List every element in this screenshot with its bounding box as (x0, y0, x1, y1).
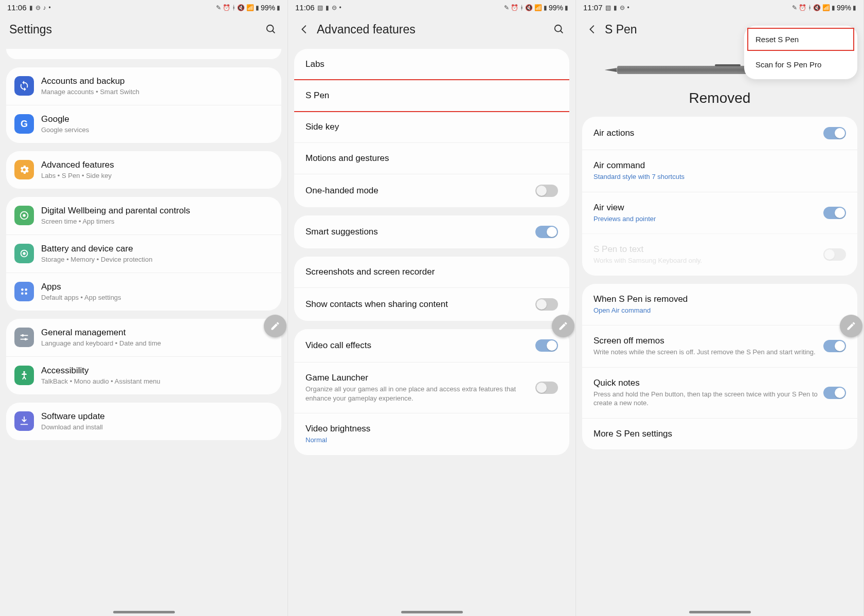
image-icon: ▧ (317, 4, 323, 11)
row-software-update[interactable]: Software update Download and install (6, 403, 281, 440)
edit-icon: ✎ (504, 4, 509, 11)
dnd-icon: ⊖ (332, 4, 337, 11)
row-title: Air command (593, 160, 846, 171)
page-title: Advanced features (317, 23, 552, 37)
row-general-management[interactable]: General management Language and keyboard… (6, 319, 281, 356)
svg-point-8 (21, 293, 24, 295)
image-icon: ▧ (605, 4, 611, 11)
status-bar: 11:06 ▧ ▮ ⊖ • ✎ ⏰ ᚼ 🔇 📶 ▮ 99% ▮ (288, 0, 575, 13)
row-motions-gestures[interactable]: Motions and gestures (294, 142, 569, 174)
card-advanced: Advanced features Labs • S Pen • Side ke… (6, 151, 281, 189)
row-sub: Write notes while the screen is off. Jus… (593, 348, 818, 357)
back-button[interactable] (585, 22, 600, 37)
row-show-contacts-sharing[interactable]: Show contacts when sharing content (294, 287, 569, 321)
svg-point-6 (21, 288, 24, 291)
row-more-spen-settings[interactable]: More S Pen settings (582, 418, 857, 449)
row-accounts-backup[interactable]: Accounts and backup Manage accounts • Sm… (6, 67, 281, 105)
nav-pill[interactable] (113, 611, 175, 613)
toggle-one-handed[interactable] (535, 185, 558, 197)
row-video-call-effects[interactable]: Video call effects (294, 329, 569, 362)
menu-reset-spen[interactable]: Reset S Pen (747, 28, 854, 51)
row-labs[interactable]: Labs (294, 49, 569, 80)
row-apps[interactable]: Apps Default apps • App settings (6, 273, 281, 311)
row-sub: Storage • Memory • Device protection (41, 256, 273, 264)
card-air: Air actions Air command Standard style w… (582, 117, 857, 276)
row-accessibility[interactable]: Accessibility TalkBack • Mono audio • As… (6, 356, 281, 394)
dnd-icon: ⊖ (35, 4, 41, 11)
row-title: Apps (41, 281, 273, 293)
status-time: 11:07 (583, 3, 603, 12)
status-battery: 99% (837, 4, 851, 12)
edit-fab[interactable] (552, 315, 574, 337)
row-digital-wellbeing[interactable]: Digital Wellbeing and parental controls … (6, 197, 281, 234)
row-advanced-features[interactable]: Advanced features Labs • S Pen • Side ke… (6, 151, 281, 189)
row-title: Software update (41, 411, 273, 422)
toggle-screen-off-memos[interactable] (823, 340, 846, 352)
music-icon: ♪ (43, 4, 46, 11)
battery-icon: ▮ (565, 4, 568, 11)
google-icon: G (14, 114, 34, 134)
row-screenshots-recorder[interactable]: Screenshots and screen recorder (294, 257, 569, 287)
row-title: Screenshots and screen recorder (305, 267, 558, 277)
row-title: Air actions (593, 128, 818, 138)
row-air-command[interactable]: Air command Standard style with 7 shortc… (582, 150, 857, 192)
svg-point-13 (24, 338, 27, 341)
row-video-brightness[interactable]: Video brightness Normal (294, 413, 569, 455)
nfc-icon: ▮ (29, 4, 33, 11)
toggle-smart-suggestions[interactable] (535, 226, 558, 238)
row-google[interactable]: G Google Google services (6, 105, 281, 143)
sync-icon (14, 76, 34, 96)
status-time: 11:06 (7, 3, 27, 12)
row-smart-suggestions[interactable]: Smart suggestions (294, 215, 569, 248)
row-quick-notes[interactable]: Quick notes Press and hold the Pen butto… (582, 367, 857, 418)
nav-pill[interactable] (689, 611, 751, 613)
edit-fab[interactable] (840, 315, 862, 337)
toggle-air-view[interactable] (823, 207, 846, 219)
search-button[interactable] (552, 22, 566, 37)
row-air-view[interactable]: Air view Previews and pointer (582, 192, 857, 234)
toggle-game-launcher[interactable] (535, 382, 558, 394)
back-button[interactable] (297, 22, 312, 37)
row-air-actions[interactable]: Air actions (582, 117, 857, 150)
toggle-quick-notes[interactable] (823, 387, 846, 399)
row-side-key[interactable]: Side key (294, 111, 569, 142)
row-one-handed[interactable]: One-handed mode (294, 174, 569, 207)
row-title: Quick notes (593, 378, 818, 388)
row-title: Show contacts when sharing content (305, 299, 530, 310)
svg-point-7 (25, 288, 27, 291)
row-sub: Press and hold the Pen button, then tap … (593, 390, 818, 408)
row-spen[interactable]: S Pen (294, 80, 569, 111)
edit-fab[interactable] (264, 315, 286, 337)
svg-point-3 (23, 214, 26, 218)
row-when-removed[interactable]: When S Pen is removed Open Air command (582, 284, 857, 325)
prev-card-sliver (6, 49, 281, 59)
status-battery: 99% (549, 4, 563, 12)
edit-icon: ✎ (792, 4, 797, 11)
row-title: Video brightness (305, 424, 558, 434)
status-time: 11:06 (295, 3, 315, 12)
screen-settings: 11:06 ▮ ⊖ ♪ • ✎ ⏰ ᚼ 🔇 📶 ▮ 99% ▮ Settings… (0, 0, 288, 616)
nav-pill[interactable] (401, 611, 463, 613)
signal-icon: ▮ (832, 4, 835, 11)
card-video-game: Video call effects Game Launcher Organiz… (294, 329, 569, 455)
overflow-menu: Reset S Pen Scan for S Pen Pro (744, 26, 857, 79)
row-game-launcher[interactable]: Game Launcher Organize all your games al… (294, 362, 569, 413)
row-title: Battery and device care (41, 243, 273, 255)
spen-status: Removed (583, 90, 856, 106)
row-title: Advanced features (41, 159, 273, 171)
row-battery-care[interactable]: Battery and device care Storage • Memory… (6, 234, 281, 273)
svg-point-15 (555, 25, 562, 32)
search-button[interactable] (264, 22, 278, 37)
accessibility-icon (14, 366, 34, 385)
toggle-video-call-effects[interactable] (535, 339, 558, 352)
row-screen-off-memos[interactable]: Screen off memos Write notes while the s… (582, 325, 857, 367)
row-title: Screen off memos (593, 336, 818, 346)
menu-scan-spen-pro[interactable]: Scan for S Pen Pro (744, 53, 857, 76)
svg-point-0 (267, 25, 274, 32)
toggle-show-contacts[interactable] (535, 298, 558, 311)
toggle-air-actions[interactable] (823, 127, 846, 139)
row-sub: Google services (41, 126, 273, 135)
row-sub: Works with Samsung Keyboard only. (593, 256, 818, 265)
row-sub: Screen time • App timers (41, 218, 273, 226)
row-title: Labs (305, 59, 558, 69)
